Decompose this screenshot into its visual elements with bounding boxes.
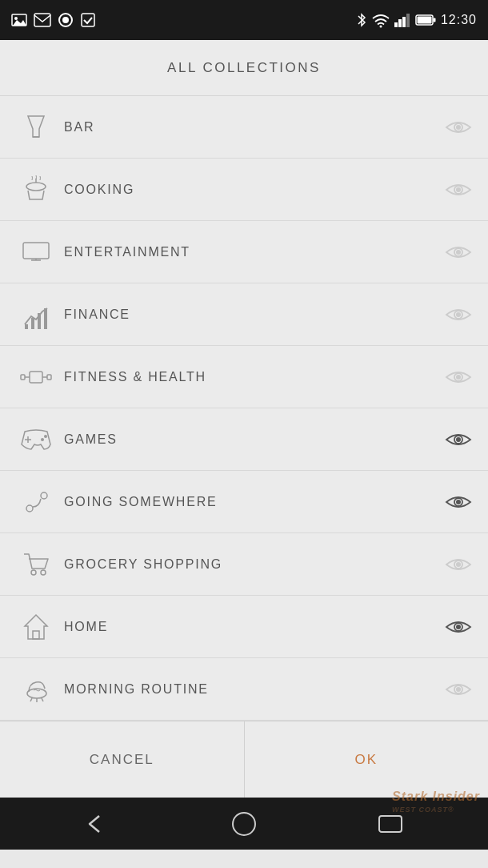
toggle-morning[interactable]	[432, 680, 472, 699]
svg-point-4	[62, 17, 69, 23]
svg-point-40	[41, 438, 44, 441]
svg-rect-37	[30, 372, 42, 383]
image-icon	[11, 12, 27, 28]
toggle-games[interactable]	[432, 430, 472, 449]
category-icon-games	[16, 428, 56, 451]
svg-marker-54	[25, 615, 47, 639]
category-icon-morning	[16, 676, 56, 703]
list-item[interactable]: FINANCE	[0, 283, 488, 346]
home-button[interactable]	[230, 810, 258, 838]
wifi-icon	[372, 13, 390, 27]
category-label-morning: MORNING ROUTINE	[56, 682, 432, 697]
category-label-grocery: GROCERY SHOPPING	[56, 557, 432, 572]
svg-rect-34	[47, 375, 51, 380]
svg-point-63	[456, 687, 461, 692]
svg-point-64	[233, 813, 255, 835]
category-label-cooking: COOKING	[56, 183, 432, 197]
page-title: ALL COLLECTIONS	[167, 60, 321, 76]
list-item[interactable]: GROCERY SHOPPING	[0, 533, 488, 596]
svg-point-46	[26, 505, 33, 512]
list-item[interactable]: ENTERTAINMENT	[0, 221, 488, 283]
back-button[interactable]	[83, 812, 112, 836]
toggle-finance[interactable]	[432, 305, 472, 324]
recents-button[interactable]	[376, 812, 405, 836]
battery-icon	[415, 14, 436, 26]
svg-point-17	[456, 125, 461, 130]
toggle-grocery[interactable]	[432, 555, 472, 574]
svg-point-57	[456, 625, 461, 629]
svg-point-32	[456, 312, 461, 317]
svg-point-41	[44, 435, 47, 438]
svg-point-51	[41, 570, 46, 575]
svg-rect-12	[417, 17, 431, 24]
list-item[interactable]: GAMES	[0, 408, 488, 471]
category-label-finance: FINANCE	[56, 307, 432, 322]
category-icon-bar	[16, 113, 56, 142]
toggle-fitness[interactable]	[432, 368, 472, 387]
category-icon-home	[16, 613, 56, 641]
svg-marker-14	[28, 116, 44, 137]
category-label-games: GAMES	[56, 432, 432, 447]
category-icon-fitness	[16, 368, 56, 386]
svg-point-26	[456, 250, 461, 255]
status-right: 12:30	[356, 12, 477, 28]
status-icons	[11, 12, 96, 28]
svg-point-45	[456, 437, 461, 442]
svg-rect-27	[25, 324, 28, 329]
cancel-button[interactable]: CANCEL	[0, 721, 245, 798]
list-item[interactable]: BAR	[0, 96, 488, 159]
svg-rect-7	[394, 22, 398, 27]
category-label-entertainment: ENTERTAINMENT	[56, 245, 432, 259]
svg-rect-13	[433, 18, 435, 22]
toggle-bar[interactable]	[432, 118, 472, 137]
category-icon-going	[16, 488, 56, 516]
svg-rect-29	[38, 313, 41, 329]
svg-point-6	[379, 26, 382, 28]
svg-rect-22	[23, 243, 49, 259]
category-icon-finance	[16, 302, 56, 328]
category-label-going: GOING SOMEWHERE	[56, 495, 432, 509]
check-icon	[80, 12, 96, 28]
svg-rect-5	[82, 14, 94, 26]
svg-point-21	[456, 187, 461, 192]
svg-point-39	[456, 375, 461, 380]
list-item[interactable]: COOKING	[0, 159, 488, 221]
svg-rect-10	[406, 14, 410, 27]
list-item[interactable]: HOME	[0, 596, 488, 658]
svg-rect-55	[33, 631, 39, 639]
svg-rect-30	[44, 308, 47, 329]
svg-line-61	[42, 698, 43, 701]
bottom-buttons: CANCEL OK	[0, 721, 488, 798]
circle-icon	[58, 12, 74, 28]
category-icon-grocery	[16, 551, 56, 578]
category-icon-cooking	[16, 175, 56, 204]
category-icon-entertainment	[16, 241, 56, 263]
svg-line-59	[30, 698, 32, 701]
header: ALL COLLECTIONS	[0, 40, 488, 96]
svg-rect-8	[398, 19, 402, 27]
svg-point-1	[14, 17, 18, 20]
svg-rect-2	[34, 14, 50, 26]
list-item[interactable]: FITNESS & HEALTH	[0, 346, 488, 408]
svg-point-53	[456, 562, 461, 567]
svg-point-50	[31, 570, 36, 575]
svg-point-18	[26, 183, 46, 191]
toggle-home[interactable]	[432, 617, 472, 637]
svg-rect-28	[31, 318, 34, 329]
bluetooth-icon	[356, 12, 367, 28]
collection-list: BAR COOKING	[0, 96, 488, 721]
svg-rect-9	[402, 17, 406, 27]
category-label-bar: BAR	[56, 120, 432, 135]
category-label-fitness: FITNESS & HEALTH	[56, 370, 432, 384]
watermark: Stark Insider WEST COAST®	[392, 790, 480, 814]
gmail-icon	[34, 13, 51, 27]
list-item[interactable]: MORNING ROUTINE	[0, 658, 488, 721]
svg-point-47	[41, 492, 47, 499]
list-item[interactable]: GOING SOMEWHERE	[0, 471, 488, 533]
toggle-entertainment[interactable]	[432, 243, 472, 262]
svg-rect-33	[21, 375, 25, 380]
toggle-going[interactable]	[432, 492, 472, 512]
ok-button[interactable]: OK	[245, 721, 489, 798]
toggle-cooking[interactable]	[432, 180, 472, 199]
signal-icon	[394, 13, 410, 27]
